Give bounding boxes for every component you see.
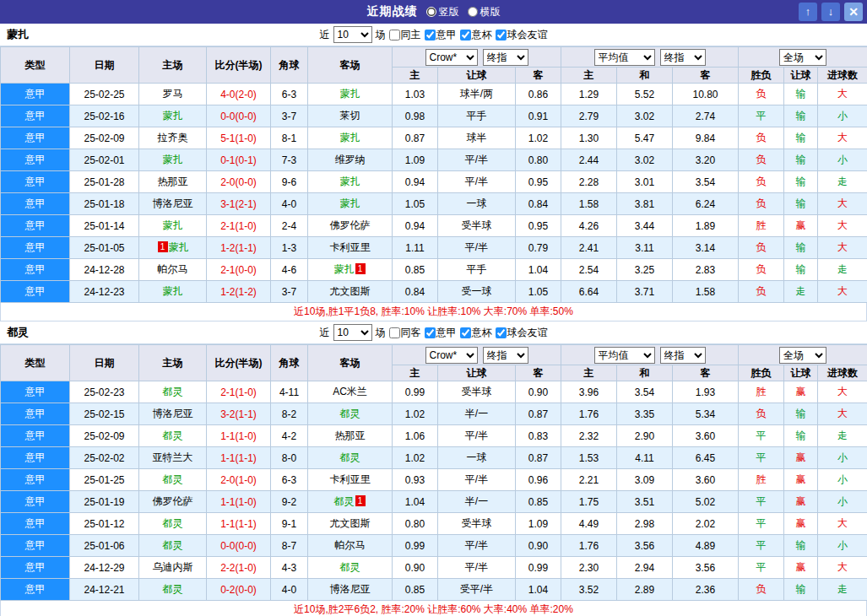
same-away-checkbox-input[interactable] bbox=[389, 327, 400, 338]
league-cell: 意甲 bbox=[1, 171, 70, 193]
team-name: 都灵 bbox=[334, 495, 355, 507]
euro-away-odds: 2.74 bbox=[673, 105, 739, 127]
final-index-select[interactable]: 终指 bbox=[483, 49, 528, 66]
euro-draw-odds: 3.11 bbox=[617, 237, 673, 259]
corner-cell: 6-3 bbox=[271, 84, 308, 105]
score-cell: 3-2(1-1) bbox=[207, 403, 271, 425]
result-cell: 胜 bbox=[739, 381, 784, 403]
euro-home-odds: 2.54 bbox=[561, 259, 617, 281]
coppa-italia-checkbox[interactable]: 意杯 bbox=[460, 326, 492, 340]
bookmaker-select[interactable]: Crow* bbox=[425, 49, 478, 66]
recent-results-table: 类型 日期 主场 比分(半场) 角球 客场 Crow* 终指 平均值 终指 bbox=[0, 46, 867, 303]
league-cell: 意甲 bbox=[1, 491, 70, 513]
same-away-checkbox[interactable]: 同客 bbox=[389, 326, 421, 340]
away-team-cell: AC米兰 bbox=[308, 381, 393, 403]
team-name: 蒙扎 bbox=[334, 263, 355, 275]
asia-home-odds: 0.99 bbox=[393, 535, 438, 557]
euro-draw-odds: 3.02 bbox=[617, 149, 673, 171]
same-home-checkbox-input[interactable] bbox=[389, 30, 400, 41]
serie-a-checkbox[interactable]: 意甲 bbox=[425, 326, 457, 340]
layout-radio-vertical[interactable]: 竖版 bbox=[426, 5, 459, 19]
horizontal-radio-label: 横版 bbox=[480, 5, 501, 19]
corner-cell: 4-2 bbox=[271, 425, 308, 447]
bookmaker-select[interactable]: Crow* bbox=[425, 347, 478, 364]
euro-away-odds: 4.89 bbox=[673, 535, 739, 557]
coppa-italia-checkbox[interactable]: 意杯 bbox=[460, 28, 492, 42]
euro-draw-odds: 3.01 bbox=[617, 171, 673, 193]
home-team-cell: 蒙扎 bbox=[139, 105, 207, 127]
team-name: 卡利亚里 bbox=[330, 473, 371, 485]
final-index-select[interactable]: 终指 bbox=[483, 347, 528, 364]
goals-result-cell: 大 bbox=[818, 84, 867, 105]
corner-cell: 6-3 bbox=[271, 469, 308, 491]
team-name-heading: 都灵 bbox=[7, 325, 29, 340]
home-team-cell: 蒙扎 bbox=[139, 215, 207, 237]
asia-home-odds: 0.90 bbox=[393, 557, 438, 579]
down-button[interactable]: ↓ bbox=[821, 3, 840, 21]
team-name: 蒙扎 bbox=[163, 285, 183, 297]
asia-away-odds: 1.04 bbox=[516, 579, 561, 601]
goals-result-cell: 大 bbox=[818, 381, 867, 403]
euro-home-odds: 1.30 bbox=[561, 127, 617, 149]
date-cell: 25-01-06 bbox=[70, 535, 139, 557]
euro-away-odds: 5.02 bbox=[673, 491, 739, 513]
full-match-select[interactable]: 全场 bbox=[779, 347, 826, 364]
coppa-italia-checkbox-input[interactable] bbox=[460, 327, 471, 338]
result-group-header: 全场 bbox=[739, 345, 867, 365]
away-team-cell: 蒙扎 bbox=[308, 84, 393, 105]
vertical-radio-input[interactable] bbox=[426, 7, 436, 17]
club-friendly-checkbox-input[interactable] bbox=[496, 30, 507, 41]
col-header-handicap-result: 让球 bbox=[784, 68, 818, 84]
score-cell: 1-2(1-1) bbox=[207, 237, 271, 259]
date-cell: 25-02-25 bbox=[70, 84, 139, 105]
close-button[interactable]: ✕ bbox=[844, 3, 863, 21]
same-home-checkbox[interactable]: 同主 bbox=[389, 28, 421, 42]
match-count-select[interactable]: 10 bbox=[333, 26, 372, 43]
score-cell: 3-1(2-1) bbox=[207, 193, 271, 215]
same-away-label: 同客 bbox=[401, 326, 421, 340]
result-cell: 胜 bbox=[739, 469, 784, 491]
goals-result-cell: 大 bbox=[818, 513, 867, 535]
coppa-italia-checkbox-input[interactable] bbox=[460, 30, 471, 41]
serie-a-checkbox-input[interactable] bbox=[425, 30, 436, 41]
club-friendly-checkbox[interactable]: 球会友谊 bbox=[496, 28, 548, 42]
team-name: 都灵 bbox=[163, 517, 183, 529]
average-select[interactable]: 平均值 bbox=[594, 49, 655, 66]
handicap-result-cell: 输 bbox=[784, 425, 818, 447]
euro-draw-odds: 5.47 bbox=[617, 127, 673, 149]
match-row: 意甲25-02-01蒙扎0-1(0-1)7-3维罗纳1.09平/半0.802.4… bbox=[1, 149, 867, 171]
euro-draw-odds: 3.09 bbox=[617, 469, 673, 491]
away-team-cell: 卡利亚里 bbox=[308, 469, 393, 491]
euro-away-odds: 2.02 bbox=[673, 513, 739, 535]
horizontal-radio-input[interactable] bbox=[468, 7, 478, 17]
col-header-result: 胜负 bbox=[739, 365, 784, 381]
asia-handicap: 半/一 bbox=[438, 491, 516, 513]
final-index-select-2[interactable]: 终指 bbox=[660, 49, 706, 66]
euro-away-odds: 1.89 bbox=[673, 215, 739, 237]
average-select[interactable]: 平均值 bbox=[594, 347, 655, 364]
league-cell: 意甲 bbox=[1, 425, 70, 447]
corner-cell: 8-2 bbox=[271, 403, 308, 425]
club-friendly-checkbox[interactable]: 球会友谊 bbox=[496, 326, 548, 340]
away-team-cell: 都灵 bbox=[308, 557, 393, 579]
goals-result-cell: 大 bbox=[818, 557, 867, 579]
full-match-select[interactable]: 全场 bbox=[779, 49, 826, 66]
result-cell: 平 bbox=[739, 105, 784, 127]
score-cell: 2-0(0-0) bbox=[207, 171, 271, 193]
up-button[interactable]: ↑ bbox=[799, 3, 817, 21]
col-header-euro-home: 主 bbox=[561, 365, 617, 381]
home-team-cell: 帕尔马 bbox=[139, 259, 207, 281]
club-friendly-checkbox-input[interactable] bbox=[496, 327, 507, 338]
euro-odds-group-header: 平均值 终指 bbox=[561, 345, 739, 365]
match-count-select[interactable]: 10 bbox=[333, 324, 372, 341]
serie-a-checkbox[interactable]: 意甲 bbox=[425, 28, 457, 42]
match-row: 意甲25-02-09都灵1-1(1-0)4-2热那亚1.06平/半0.832.3… bbox=[1, 425, 867, 447]
goals-result-cell: 走 bbox=[818, 425, 867, 447]
away-team-cell: 蒙扎1 bbox=[308, 259, 393, 281]
date-cell: 24-12-21 bbox=[70, 579, 139, 601]
serie-a-checkbox-input[interactable] bbox=[425, 327, 436, 338]
layout-radio-horizontal[interactable]: 横版 bbox=[468, 5, 501, 19]
final-index-select-2[interactable]: 终指 bbox=[660, 347, 706, 364]
asia-home-odds: 0.93 bbox=[393, 469, 438, 491]
handicap-result-cell: 输 bbox=[784, 105, 818, 127]
